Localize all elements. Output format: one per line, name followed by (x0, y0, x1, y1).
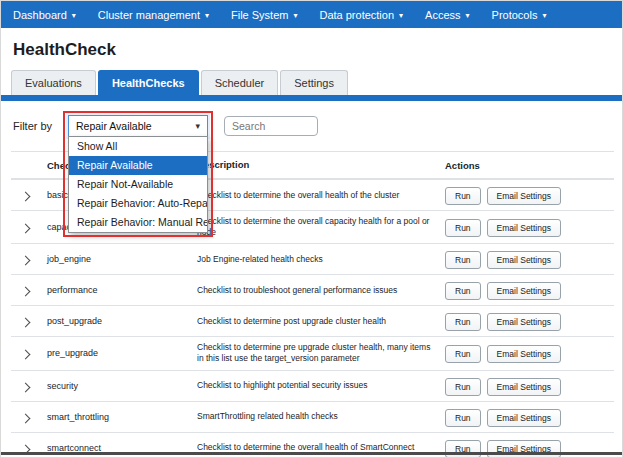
tab-evaluations[interactable]: Evaluations (11, 70, 96, 95)
expand-cell (11, 337, 43, 370)
actions-cell: RunEmail Settings (441, 337, 614, 370)
run-button[interactable]: Run (445, 251, 481, 269)
filter-option-repair-available[interactable]: Repair Available (69, 156, 207, 175)
caret-down-icon: ▾ (542, 12, 546, 20)
expand-cell (11, 244, 43, 275)
filter-option-repair-not-available[interactable]: Repair Not-Available (69, 175, 207, 194)
run-button[interactable]: Run (445, 313, 481, 331)
nav-item-cluster-management[interactable]: Cluster management▾ (98, 9, 209, 21)
checklist-description: Checklist to determine the overall capac… (191, 211, 441, 244)
table-row: securityChecklist to highlight potential… (11, 370, 614, 401)
checklist-name: pre_upgrade (43, 337, 191, 370)
tab-settings[interactable]: Settings (280, 70, 348, 95)
window-bottom-border (1, 452, 622, 455)
caret-down-icon: ▾ (205, 12, 209, 20)
nav-item-dashboard[interactable]: Dashboard▾ (13, 9, 76, 21)
expand-cell (11, 370, 43, 401)
expand-chevron-icon[interactable] (21, 382, 31, 392)
email-settings-button[interactable]: Email Settings (487, 345, 561, 363)
filter-by-label: Filter by (13, 120, 58, 132)
checklist-description: Checklist to highlight potential securit… (191, 370, 441, 401)
filter-dropdown-list: Show AllRepair AvailableRepair Not-Avail… (68, 136, 208, 233)
expand-chevron-icon[interactable] (21, 350, 31, 360)
nav-item-label: Access (425, 9, 460, 21)
expand-cell (11, 211, 43, 244)
expand-chevron-icon[interactable] (21, 413, 31, 423)
email-settings-button[interactable]: Email Settings (487, 187, 561, 205)
expand-cell (11, 401, 43, 432)
checklist-description: Checklist to determine pre upgrade clust… (191, 337, 441, 370)
expand-chevron-icon[interactable] (21, 256, 31, 266)
checklist-description: SmartThrottling related health checks (191, 401, 441, 432)
checklist-description: Checklist to determine post upgrade clus… (191, 306, 441, 337)
filter-select-value: Repair Available (76, 120, 152, 132)
run-button[interactable]: Run (445, 282, 481, 300)
healthcheck-window: Dashboard▾Cluster management▾File System… (0, 0, 623, 458)
nav-item-label: File System (231, 9, 288, 21)
checklist-name: performance (43, 275, 191, 306)
nav-item-access[interactable]: Access▾ (425, 9, 469, 21)
nav-item-label: Protocols (492, 9, 538, 21)
actions-cell: RunEmail Settings (441, 211, 614, 244)
table-row: job_engineJob Engine-related health chec… (11, 244, 614, 275)
checklist-name: job_engine (43, 244, 191, 275)
header-actions: Actions (441, 152, 614, 180)
filter-option-show-all[interactable]: Show All (69, 137, 207, 156)
expand-chevron-icon[interactable] (21, 318, 31, 328)
nav-item-file-system[interactable]: File System▾ (231, 9, 297, 21)
actions-cell: RunEmail Settings (441, 244, 614, 275)
email-settings-button[interactable]: Email Settings (487, 409, 561, 427)
nav-item-label: Cluster management (98, 9, 200, 21)
actions-cell: RunEmail Settings (441, 370, 614, 401)
checklist-description: Checklist to determine the overall healt… (191, 179, 441, 211)
table-row: post_upgradeChecklist to determine post … (11, 306, 614, 337)
caret-down-icon: ▾ (293, 12, 297, 20)
caret-down-icon: ▾ (72, 12, 76, 20)
tab-bar: EvaluationsHealthChecksSchedulerSettings (1, 70, 622, 101)
nav-item-data-protection[interactable]: Data protection▾ (319, 9, 403, 21)
caret-down-icon: ▾ (466, 12, 470, 20)
run-button[interactable]: Run (445, 219, 481, 237)
header-description: Description (191, 152, 441, 180)
table-row: performanceChecklist to troubleshoot gen… (11, 275, 614, 306)
expand-cell (11, 306, 43, 337)
tab-healthchecks[interactable]: HealthChecks (98, 70, 199, 95)
checklist-name: security (43, 370, 191, 401)
email-settings-button[interactable]: Email Settings (487, 378, 561, 396)
filter-select[interactable]: Repair Available ▾ (68, 115, 208, 137)
tab-scheduler[interactable]: Scheduler (201, 70, 279, 95)
checklist-name: smart_throttling (43, 401, 191, 432)
expand-chevron-icon[interactable] (21, 287, 31, 297)
expand-chevron-icon[interactable] (21, 224, 31, 234)
run-button[interactable]: Run (445, 378, 481, 396)
header-expand (11, 152, 43, 180)
checklist-description: Job Engine-related health checks (191, 244, 441, 275)
filter-row: Filter by Repair Available ▾ Show AllRep… (1, 115, 622, 137)
page-title: HealthCheck (13, 40, 622, 60)
actions-cell: RunEmail Settings (441, 306, 614, 337)
checklist-description: Checklist to troubleshoot general perfor… (191, 275, 441, 306)
run-button[interactable]: Run (445, 187, 481, 205)
search-input[interactable] (224, 116, 318, 136)
filter-option-repair-behavior-manual-repair[interactable]: Repair Behavior: Manual Repair (69, 213, 207, 232)
chevron-down-icon: ▾ (195, 121, 200, 131)
expand-cell (11, 275, 43, 306)
run-button[interactable]: Run (445, 345, 481, 363)
filter-option-repair-behavior-auto-repair[interactable]: Repair Behavior: Auto-Repair (69, 194, 207, 213)
nav-item-protocols[interactable]: Protocols▾ (492, 9, 547, 21)
table-row: pre_upgradeChecklist to determine pre up… (11, 337, 614, 370)
actions-cell: RunEmail Settings (441, 275, 614, 306)
email-settings-button[interactable]: Email Settings (487, 251, 561, 269)
nav-item-label: Dashboard (13, 9, 67, 21)
run-button[interactable]: Run (445, 409, 481, 427)
caret-down-icon: ▾ (399, 12, 403, 20)
email-settings-button[interactable]: Email Settings (487, 282, 561, 300)
table-row: smart_throttlingSmartThrottling related … (11, 401, 614, 432)
email-settings-button[interactable]: Email Settings (487, 313, 561, 331)
expand-cell (11, 179, 43, 211)
top-nav: Dashboard▾Cluster management▾File System… (1, 1, 622, 28)
actions-cell: RunEmail Settings (441, 179, 614, 211)
nav-item-label: Data protection (319, 9, 394, 21)
email-settings-button[interactable]: Email Settings (487, 219, 561, 237)
expand-chevron-icon[interactable] (21, 192, 31, 202)
